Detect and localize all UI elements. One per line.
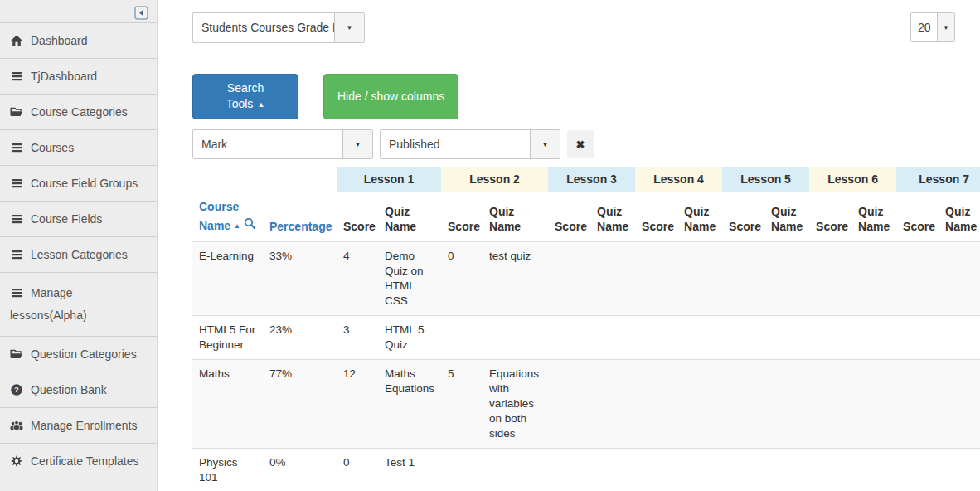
cell-percentage: 77% bbox=[263, 360, 337, 449]
cell-quiz-name bbox=[677, 316, 722, 360]
sidebar-collapse-row bbox=[0, 0, 157, 23]
cell-quiz-name bbox=[764, 241, 809, 316]
cell-quiz-name bbox=[939, 316, 980, 360]
cell-quiz-name bbox=[851, 360, 896, 449]
cell-quiz-name bbox=[939, 241, 980, 316]
sidebar-item-course-field-groups[interactable]: Course Field Groups bbox=[0, 166, 157, 202]
table-row: Physics 101 0% 0 Test 1 bbox=[192, 449, 980, 491]
svg-text:?: ? bbox=[14, 385, 19, 394]
status-filter-select[interactable]: Published ▼ bbox=[380, 129, 560, 159]
cell-course-name: HTML5 For Beginner bbox=[192, 316, 263, 360]
course-name-header: Course Name ▲ bbox=[192, 192, 263, 242]
cell-percentage: 23% bbox=[263, 316, 337, 360]
close-icon: ✖ bbox=[576, 139, 585, 151]
column-header-row: Course Name ▲ Percentage Score Quiz Name… bbox=[192, 192, 980, 242]
cell-course-name: Maths bbox=[192, 360, 263, 449]
course-name-header-label: Course Name bbox=[199, 200, 239, 232]
cell-score bbox=[548, 316, 590, 360]
sidebar-item-lesson-categories[interactable]: Lesson Categories bbox=[0, 237, 157, 273]
table-row: HTML5 For Beginner 23% 3 HTML 5 Quiz bbox=[192, 316, 980, 360]
sidebar-item-manage-enrollments[interactable]: Manage Enrollments bbox=[0, 408, 157, 444]
cell-percentage: 0% bbox=[263, 449, 337, 491]
cell-quiz-name bbox=[764, 360, 809, 449]
users-icon bbox=[10, 419, 23, 432]
sort-asc-icon: ▲ bbox=[234, 222, 240, 230]
quiz-name-header: Quiz Name bbox=[483, 192, 548, 242]
column-search-icon[interactable] bbox=[244, 217, 256, 233]
sidebar-item-dashboard[interactable]: Dashboard bbox=[0, 23, 157, 59]
status-filter-value: Published bbox=[381, 130, 530, 158]
cell-quiz-name: test quiz bbox=[483, 241, 548, 316]
cell-score bbox=[809, 449, 851, 491]
cell-quiz-name bbox=[851, 241, 896, 316]
course-filter-select[interactable]: Mark ▼ bbox=[192, 129, 373, 159]
cell-score bbox=[548, 449, 590, 491]
lesson-tab-2: Lesson 2 bbox=[441, 167, 548, 192]
page-size-select[interactable]: 20 ▼ bbox=[910, 12, 955, 42]
status-filter-caret-box: ▼ bbox=[530, 130, 560, 158]
sidebar-item-course-fields[interactable]: Course Fields bbox=[0, 202, 157, 237]
cell-quiz-name bbox=[764, 316, 809, 360]
course-name-sort-link[interactable]: Course Name ▲ bbox=[199, 200, 240, 232]
sidebar-item-label: Question Bank bbox=[31, 383, 107, 396]
cell-quiz-name bbox=[677, 241, 722, 316]
sidebar-item-label: Dashboard bbox=[31, 34, 88, 47]
cell-course-name: Physics 101 bbox=[192, 449, 263, 491]
cell-score bbox=[896, 449, 939, 491]
sidebar-item-question-bank[interactable]: ?Question Bank bbox=[0, 372, 157, 408]
filter-toolbar: Mark ▼ Published ▼ ✖ bbox=[192, 129, 980, 159]
quiz-name-header: Quiz Name bbox=[590, 192, 635, 242]
table-row: E-Learning 33% 4 Demo Quiz on HTML CSS 0… bbox=[192, 241, 980, 316]
cell-quiz-name: Equations with variables on both sides bbox=[483, 360, 548, 449]
collapse-sidebar-icon[interactable] bbox=[134, 6, 148, 20]
list-icon bbox=[10, 177, 23, 190]
caret-up-icon: ▲ bbox=[257, 100, 264, 109]
cell-score bbox=[809, 316, 851, 360]
cell-quiz-name bbox=[677, 449, 722, 491]
cell-quiz-name: Test 1 bbox=[378, 449, 441, 491]
cell-quiz-name bbox=[677, 360, 722, 449]
top-toolbar: Students Courses Grade B… ▼ 20 ▼ bbox=[192, 12, 980, 43]
cell-quiz-name bbox=[939, 449, 980, 491]
grades-table: Lesson 1 Lesson 2 Lesson 3 Lesson 4 Less… bbox=[192, 167, 980, 491]
percentage-header: Percentage bbox=[263, 192, 337, 242]
chevron-down-icon: ▼ bbox=[355, 141, 361, 148]
sidebar-item-manage-lessons[interactable]: Manage lessons(Alpha) bbox=[0, 273, 157, 337]
cell-score bbox=[722, 241, 764, 316]
cell-score bbox=[722, 316, 764, 360]
cell-quiz-name bbox=[939, 360, 980, 449]
lesson-tab-1: Lesson 1 bbox=[337, 167, 441, 192]
score-header: Score bbox=[337, 192, 378, 242]
cell-score: 0 bbox=[337, 449, 378, 491]
report-select[interactable]: Students Courses Grade B… ▼ bbox=[192, 12, 365, 43]
button-toolbar: Search Tools▲ Hide / show columns bbox=[192, 74, 980, 119]
hide-show-columns-button[interactable]: Hide / show columns bbox=[323, 74, 458, 119]
course-filter-caret-box: ▼ bbox=[342, 130, 372, 158]
sidebar-item-coupons[interactable]: Coupons bbox=[0, 479, 157, 491]
quiz-name-header: Quiz Name bbox=[764, 192, 809, 242]
sidebar-item-label: Certificate Templates bbox=[31, 455, 138, 468]
chevron-down-icon: ▼ bbox=[347, 24, 353, 32]
search-tools-button[interactable]: Search Tools▲ bbox=[192, 74, 298, 119]
sidebar-item-question-categories[interactable]: Question Categories bbox=[0, 337, 157, 372]
certificate-icon bbox=[10, 455, 23, 468]
cell-score: 12 bbox=[337, 360, 378, 449]
cell-score bbox=[548, 360, 590, 449]
app: Dashboard TjDashboard Course Categories … bbox=[0, 0, 980, 491]
lesson-tab-5: Lesson 5 bbox=[722, 167, 809, 192]
score-header: Score bbox=[722, 192, 764, 242]
chevron-down-icon: ▼ bbox=[943, 24, 949, 32]
list-icon bbox=[10, 141, 23, 154]
percentage-sort-link[interactable]: Percentage bbox=[269, 220, 332, 233]
sidebar-item-courses[interactable]: Courses bbox=[0, 130, 157, 166]
cell-score bbox=[548, 241, 590, 316]
sidebar-item-certificate-templates[interactable]: Certificate Templates bbox=[0, 444, 157, 479]
sidebar-item-label: Courses bbox=[31, 141, 74, 154]
cell-quiz-name bbox=[483, 449, 548, 491]
sidebar-item-tjdashboard[interactable]: TjDashboard bbox=[0, 59, 157, 95]
lesson-tabs-row: Lesson 1 Lesson 2 Lesson 3 Lesson 4 Less… bbox=[192, 167, 980, 192]
cell-score bbox=[635, 241, 677, 316]
cell-quiz-name bbox=[851, 449, 896, 491]
sidebar-item-course-categories[interactable]: Course Categories bbox=[0, 95, 157, 130]
clear-filters-button[interactable]: ✖ bbox=[567, 130, 594, 158]
